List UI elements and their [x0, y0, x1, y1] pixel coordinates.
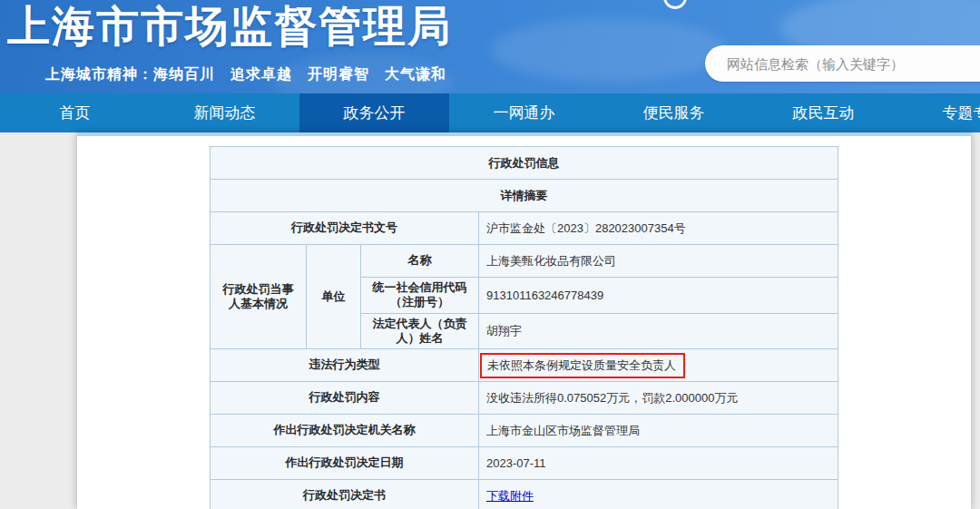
table-row: 行政处罚内容 没收违法所得0.075052万元，罚款2.000000万元	[211, 382, 838, 415]
table-row: 行政处罚信息	[211, 147, 838, 180]
panel-top-strip	[77, 132, 971, 136]
penalty-content-value: 没收违法所得0.075052万元，罚款2.000000万元	[479, 382, 838, 415]
violation-type-label: 违法行为类型	[211, 349, 479, 382]
legal-rep-value: 胡翔宇	[479, 313, 838, 349]
decision-date-label: 作出行政处罚决定日期	[211, 447, 479, 480]
doc-number-value: 沪市监金处〔2023〕282023007354号	[479, 212, 838, 245]
credit-code-label: 统一社会信用代码（注册号）	[361, 278, 479, 314]
decision-doc-label: 行政处罚决定书	[211, 480, 479, 509]
authority-label: 作出行政处罚决定机关名称	[211, 415, 479, 447]
nav-item-gov-affairs[interactable]: 政务公开	[299, 93, 449, 132]
party-type-label: 单位	[307, 245, 361, 349]
table-row: 作出行政处罚决定机关名称 上海市金山区市场监督管理局	[211, 415, 838, 447]
site-title: 上海市市场监督管理局	[7, 0, 452, 55]
nav-item-services[interactable]: 一网通办	[449, 93, 599, 132]
site-motto: 上海城市精神：海纳百川 追求卓越 开明睿智 大气谦和	[45, 65, 446, 84]
company-name-label: 名称	[361, 245, 479, 278]
nav-item-convenience[interactable]: 便民服务	[599, 93, 749, 132]
table-subtitle: 详情摘要	[211, 180, 838, 212]
legal-rep-label: 法定代表人（负责人）姓名	[361, 313, 479, 349]
site-search-box[interactable]	[705, 45, 980, 82]
penalty-content-label: 行政处罚内容	[211, 382, 479, 415]
site-header: 上海市市场监督管理局 上海城市精神：海纳百川 追求卓越 开明睿智 大气谦和	[0, 0, 980, 93]
emblem-ring-icon	[663, 0, 687, 9]
cloud-decoration	[490, 18, 726, 82]
penalty-info-table: 行政处罚信息 详情摘要 行政处罚决定书文号 沪市监金处〔2023〕2820230…	[210, 146, 838, 509]
party-info-label: 行政处罚当事人基本情况	[211, 245, 307, 349]
download-attachment-link[interactable]: 下载附件	[486, 489, 534, 503]
table-row: 行政处罚当事人基本情况 单位 名称 上海美甄化妆品有限公司	[211, 245, 838, 278]
page-body: 行政处罚信息 详情摘要 行政处罚决定书文号 沪市监金处〔2023〕2820230…	[0, 132, 980, 509]
decision-date-value: 2023-07-11	[479, 447, 838, 480]
table-row: 违法行为类型 未依照本条例规定设质量安全负责人	[211, 349, 838, 382]
nav-item-interaction[interactable]: 政民互动	[749, 93, 898, 132]
table-row: 作出行政处罚决定日期 2023-07-11	[211, 447, 838, 480]
nav-item-news[interactable]: 新闻动态	[150, 93, 299, 132]
authority-value: 上海市金山区市场监督管理局	[479, 415, 838, 447]
table-row: 行政处罚决定书文号 沪市监金处〔2023〕282023007354号	[211, 212, 838, 245]
company-name-value: 上海美甄化妆品有限公司	[479, 245, 838, 278]
violation-type-cell: 未依照本条例规定设质量安全负责人	[479, 349, 838, 382]
content-panel: 行政处罚信息 详情摘要 行政处罚决定书文号 沪市监金处〔2023〕2820230…	[77, 132, 971, 509]
doc-number-label: 行政处罚决定书文号	[211, 212, 479, 245]
table-title: 行政处罚信息	[211, 147, 838, 180]
main-nav: 首页 新闻动态 政务公开 一网通办 便民服务 政民互动 专题专栏	[0, 93, 980, 132]
table-row: 详情摘要	[211, 180, 838, 212]
attachment-cell: 下载附件	[479, 480, 838, 509]
nav-item-home[interactable]: 首页	[0, 93, 150, 132]
violation-type-value: 未依照本条例规定设质量安全负责人	[487, 358, 676, 372]
nav-item-special-topics[interactable]: 专题专栏	[898, 93, 980, 132]
table-row: 行政处罚决定书 下载附件	[211, 480, 838, 509]
credit-code-value: 913101163246778439	[479, 278, 838, 314]
search-input[interactable]	[727, 56, 972, 72]
red-highlight-box: 未依照本条例规定设质量安全负责人	[480, 353, 685, 378]
